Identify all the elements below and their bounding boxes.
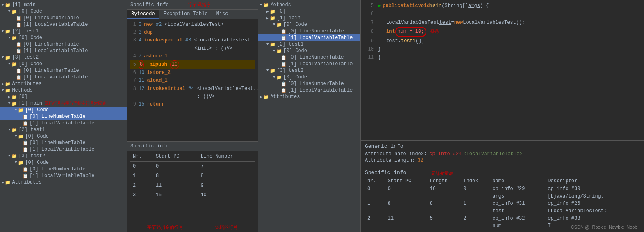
desc-val-0: [Ljava/lang/String; — [545, 193, 640, 200]
attribute-length-value: 32 — [417, 158, 423, 163]
attribute-length-row: Attribute length: 32 — [365, 158, 640, 163]
tree-item-methods[interactable]: ▼ 📁 Methods — [0, 87, 127, 94]
table-row: 188 — [130, 171, 255, 181]
tree-folder-icon: 📁 — [263, 94, 269, 100]
tree-item-test1[interactable]: ▼ 📁 [2] test1 — [0, 28, 127, 34]
code-line-2: 2 3 dup — [130, 29, 255, 37]
tree-arrow-icon: ▶ — [260, 95, 262, 99]
tree-item-label: [1] LocalVariableTable — [30, 120, 94, 126]
tree-folder-icon: 📁 — [263, 2, 269, 8]
name-ref-2: cp_info #32 — [490, 215, 545, 222]
tree-item-lvt2-r[interactable]: 📋 [1] LocalVariableTable — [258, 61, 360, 67]
tree-item-code4[interactable]: ▼ 📁 [0] Code — [0, 133, 127, 140]
tree-item-label: [0] Code — [18, 61, 42, 67]
tree-item-lvt-r[interactable]: 📋 [1] LocalVariableTable — [258, 34, 360, 41]
code-line-1: 1 0 new #2 <LocalVariablesTest> — [130, 21, 255, 29]
tree-item-lnt2-r[interactable]: 📋 [0] LineNumberTable — [258, 54, 360, 61]
specific-info-header: Specific info 字节码指令 — [127, 0, 258, 10]
tab-misc[interactable]: Misc — [212, 10, 233, 19]
code-line-7: 7 11 aload_1 — [130, 77, 255, 85]
tree-item-code2-r[interactable]: ▼ 📁 [0] Code — [258, 48, 360, 54]
tree-item-label: [0] LineNumberTable — [288, 81, 344, 87]
tree-item-code2[interactable]: ▼ 📁 [0] Code — [0, 61, 127, 67]
col-name: Name — [490, 177, 545, 185]
tree-item-code3-r[interactable]: ▼ 📁 [0] Code — [258, 74, 360, 80]
tree-item-attributes[interactable]: ▶ 📁 Attributes — [0, 80, 127, 87]
tree-arrow-icon: ▼ — [8, 62, 10, 66]
run-arrow-icon: ▶ — [378, 2, 381, 10]
tree-folder-icon: 📁 — [270, 68, 275, 74]
tree-item-code1[interactable]: ▼ 📁 [0] Code — [0, 34, 127, 41]
tree-item-init[interactable]: ▶ 📁 [0] — [0, 94, 127, 100]
tree-folder-icon: 📋 — [23, 140, 28, 146]
tree-folder-icon: 📁 — [276, 48, 282, 54]
tree-item-lnt3-r[interactable]: 📋 [0] LineNumberTable — [258, 80, 360, 87]
src-line-11: 11 } — [364, 53, 641, 62]
generic-info-title: Generic info — [365, 143, 640, 149]
tree-folder-icon: 📁 — [5, 180, 11, 185]
tree-item-label: [0] Code — [283, 74, 307, 80]
tree-item-init-r[interactable]: ▶ 📁 [0] — [258, 8, 360, 15]
tree-arrow-icon: ▼ — [8, 9, 10, 14]
tree-item-test1-r[interactable]: ▼ 📁 [2] test1 — [258, 41, 360, 48]
tree-item-label: [3] test2 — [12, 55, 39, 60]
tree-item-methods-r[interactable]: ▼ 📁 Methods — [258, 2, 360, 8]
tree-item-attributes-r[interactable]: ▶ 📁 Attributes — [258, 94, 360, 100]
tree-item-code5[interactable]: ▼ 📁 [0] Code — [0, 159, 127, 166]
tree-item-lnt5[interactable]: 📋 [0] LineNumberTable — [0, 166, 127, 172]
tree-item-main-r[interactable]: ▶ 📁 [1] main — [258, 15, 360, 21]
tree-item-test2b[interactable]: ▼ 📁 [3] test2 — [0, 153, 127, 159]
tree-item-code0[interactable]: ▼ 📁 [0] Code — [0, 8, 127, 15]
tree-item-lnt2[interactable]: 📋 [0] LineNumberTable — [0, 67, 127, 74]
tree-item-lnt-r[interactable]: 📋 [0] LineNumberTable — [258, 28, 360, 34]
tree-item-lnt1[interactable]: 📋 [0] LineNumberTable — [0, 41, 127, 48]
tree-item-label: [1] LocalVariableTable — [288, 87, 353, 93]
bytecode-annotation: 字节码指令 — [188, 2, 211, 7]
tree-item-label: [0] Code — [18, 9, 42, 14]
tree-folder-icon: 📁 — [18, 160, 24, 165]
tree-item-test2[interactable]: ▼ 📁 [3] test2 — [0, 54, 127, 61]
tree-item-lvt2[interactable]: 📋 [1] LocalVariableTable — [0, 74, 127, 80]
col-descriptor: Descriptor — [545, 177, 640, 185]
tree-item-test1b[interactable]: ▼ 📁 [2] test1 — [0, 126, 127, 133]
left-tree-panel: ▼ 📁 [1] main ▼ 📁 [0] Code 📋 [0] LineNumb… — [0, 0, 127, 232]
tree-item-code3[interactable]: ▼ 📁 [0] Code — [0, 107, 127, 113]
tree-arrow-icon: ▼ — [273, 49, 275, 53]
tree-folder-icon: 📁 — [11, 62, 17, 67]
tree-item-main[interactable]: ▼ 📁 [1] main — [0, 2, 127, 8]
attribute-length-label: Attribute length: — [365, 158, 415, 163]
tree-item-lnt4[interactable]: 📋 [0] LineNumberTable — [0, 140, 127, 146]
src-line-9: 9 test. test1 (); — [364, 37, 641, 45]
tree-item-code-r[interactable]: ▼ 📁 [0] Code — [258, 21, 360, 28]
tree-item-lvt1[interactable]: 📋 [1] LocalVariableTable — [0, 48, 127, 54]
code-line-3: 3 4 invokespecial #3 <LocalVariablesTest… — [130, 37, 255, 52]
right-panel: 5 ▶ public static void main ( String[] a… — [361, 0, 644, 232]
tab-exception-table[interactable]: Exception Table — [159, 10, 212, 19]
watermark: CSDN @~Rookie~Newbie~Noob~ — [571, 225, 640, 230]
tree-folder-icon: 📋 — [23, 147, 28, 152]
tree-item-lvt5[interactable]: 📋 [1] LocalVariableTable — [0, 172, 127, 179]
code-line-6: 6 10 istore_2 — [130, 69, 255, 77]
tree-item-lnt0[interactable]: 📋 [0] LineNumberTable — [0, 15, 127, 21]
tree-item-lvt3[interactable]: 📋 [1] LocalVariableTable — [0, 120, 127, 126]
tree-folder-icon: 📁 — [11, 127, 17, 133]
tree-arrow-icon: ▼ — [273, 23, 275, 27]
tree-item-attributes2[interactable]: ▶ 📁 Attributes — [0, 179, 127, 186]
tree-item-label: [1] LocalVariableTable — [23, 74, 88, 80]
col-length: Length — [428, 177, 461, 185]
tree-item-lvt3-r[interactable]: 📋 [1] LocalVariableTable — [258, 87, 360, 94]
tab-bytecode[interactable]: Bytecode — [127, 10, 159, 19]
tree-folder-icon: 📁 — [11, 35, 17, 41]
tree-item-lvt4[interactable]: 📋 [1] LocalVariableTable — [0, 146, 127, 153]
tree-item-test2-r[interactable]: ▼ 📁 [3] test2 — [258, 67, 360, 74]
tree-item-label: Attributes — [12, 179, 41, 185]
tree-item-label: [0] Code — [283, 48, 307, 54]
tree-item-lnt3[interactable]: 📋 [0] LineNumberTable — [0, 113, 127, 120]
tree-item-main2[interactable]: ▼ 📁 [1] main 源码行号与字节码指令行号对应表 — [0, 100, 127, 107]
tree-folder-icon: 📁 — [11, 154, 17, 159]
bytecode-area: 1 0 new #2 <LocalVariablesTest> 2 3 dup … — [127, 19, 258, 141]
tree-item-lvt0[interactable]: 📋 [1] LocalVariableTable — [0, 21, 127, 28]
tree-item-label: [1] LocalVariableTable — [288, 35, 353, 41]
tree-item-label: [1] main — [12, 2, 36, 8]
tree-item-label: [0] LineNumberTable — [30, 114, 86, 119]
